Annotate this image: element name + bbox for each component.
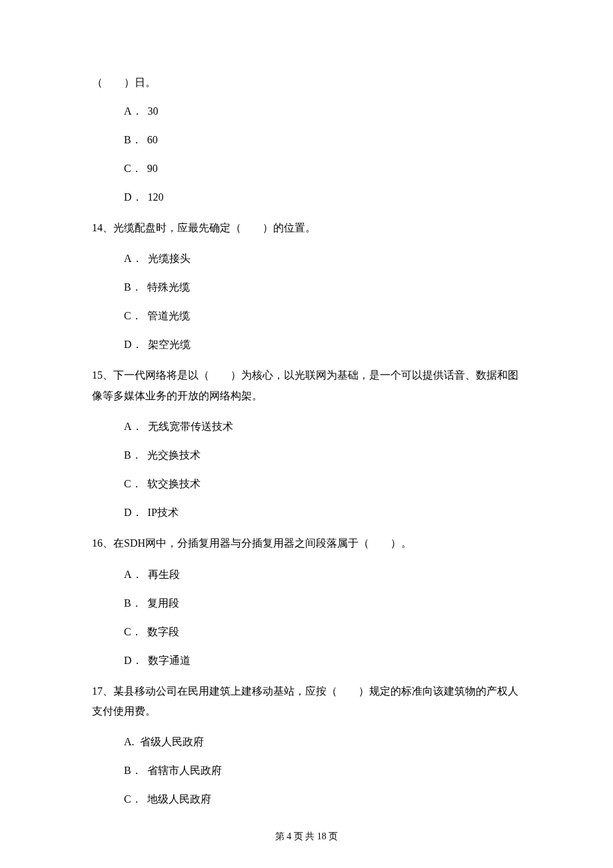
option-label: B． [124,134,142,145]
option-text: 120 [148,191,164,203]
option-text: 省辖市人民政府 [147,765,222,776]
option-label: D． [124,339,143,350]
q17-stem: 17、某县移动公司在民用建筑上建移动基站，应按（ ）规定的标准向该建筑物的产权人… [92,681,521,722]
option-text: 地级人民政府 [147,793,211,805]
option-text: 无线宽带传送技术 [148,421,233,432]
option-label: B． [124,281,142,293]
page: （ ）日。 A．30 B．60 C．90 D．120 14、光缆配盘时，应最先确… [0,0,613,868]
q13-option-a: A．30 [124,103,521,119]
option-label: B． [124,765,142,776]
option-label: B． [124,449,142,461]
option-text: 数字通道 [148,655,191,666]
option-label: C． [124,478,142,489]
option-text: 特殊光缆 [147,281,190,293]
option-text: 软交换技术 [147,478,201,489]
q14-stem: 14、光缆配盘时，应最先确定（ ）的位置。 [92,218,521,238]
option-label: A． [124,569,143,580]
option-text: 光缆接头 [148,253,191,264]
page-footer: 第 4 页 共 18 页 [0,831,613,843]
q14-option-c: C．管道光缆 [124,308,521,324]
q14-option-a: A．光缆接头 [124,251,521,267]
q16-stem: 16、在SDH网中，分插复用器与分插复用器之间段落属于（ ）。 [92,533,521,553]
option-text: 管道光缆 [147,310,190,321]
option-text: 30 [148,105,159,117]
option-text: 再生段 [148,569,180,580]
option-label: D． [124,507,143,518]
option-label: D． [124,655,143,666]
q13-option-b: B．60 [124,132,521,148]
option-text: 90 [147,163,158,174]
option-label: A. [124,736,135,747]
q16-option-a: A．再生段 [124,567,521,583]
option-label: C． [124,310,142,321]
option-text: 复用段 [147,597,179,609]
q13-continuation: （ ）日。 [92,75,521,91]
q13-option-d: D．120 [124,189,521,205]
option-text: IP技术 [148,507,179,518]
option-label: C． [124,793,142,805]
q17-option-c: C．地级人民政府 [124,791,521,807]
option-label: C． [124,626,142,637]
q13-option-c: C．90 [124,161,521,177]
q16-option-b: B．复用段 [124,595,521,611]
option-text: 60 [147,134,158,145]
option-label: B． [124,597,142,609]
q14-option-b: B．特殊光缆 [124,279,521,295]
q17-option-b: B．省辖市人民政府 [124,763,521,779]
q15-option-c: C．软交换技术 [124,476,521,492]
option-text: 省级人民政府 [140,736,204,747]
q15-stem: 15、下一代网络将是以（ ）为核心，以光联网为基础，是一个可以提供话音、数据和图… [92,365,521,406]
option-text: 光交换技术 [147,449,201,461]
option-label: A． [124,253,143,264]
q14-option-d: D．架空光缆 [124,337,521,353]
option-label: A． [124,105,143,117]
q15-option-a: A．无线宽带传送技术 [124,419,521,435]
q16-option-c: C．数字段 [124,624,521,640]
q17-option-a: A.省级人民政府 [124,734,521,750]
q16-option-d: D．数字通道 [124,653,521,669]
q15-option-d: D．IP技术 [124,505,521,521]
option-text: 数字段 [147,626,179,637]
option-label: D． [124,191,143,203]
option-label: A． [124,421,143,432]
option-label: C． [124,163,142,174]
option-text: 架空光缆 [148,339,191,350]
q15-option-b: B．光交换技术 [124,447,521,463]
